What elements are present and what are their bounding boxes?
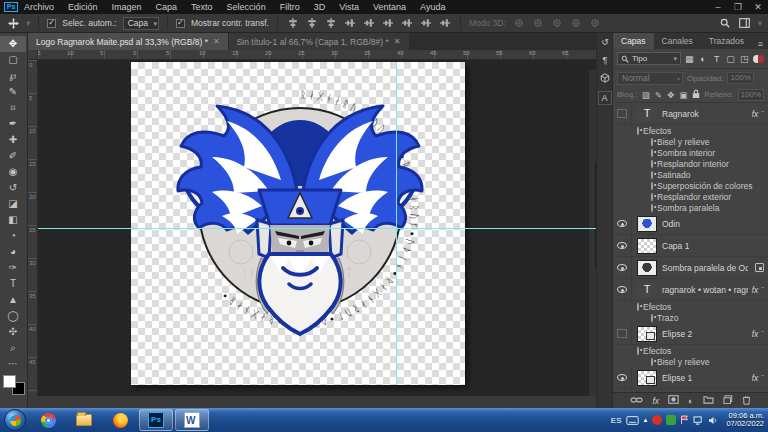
- photoshop-app-icon[interactable]: Ps: [4, 2, 18, 12]
- tab-canales[interactable]: Canales: [654, 33, 701, 49]
- layer-thumbnail[interactable]: [637, 216, 657, 232]
- visibility-eye-icon[interactable]: [651, 159, 652, 167]
- filter-smart-objects-icon[interactable]: ◳: [739, 54, 750, 64]
- burn-tool[interactable]: ◕: [0, 244, 26, 260]
- quick-selection-tool[interactable]: ✎: [0, 84, 26, 100]
- paragraph-panel-icon[interactable]: ¶: [597, 51, 613, 69]
- filter-shape-layers-icon[interactable]: ▢: [725, 54, 736, 64]
- vertical-ruler[interactable]: 051015202530354045: [28, 60, 38, 396]
- layer-thumbnail[interactable]: [637, 326, 657, 342]
- hand-tool[interactable]: ✣: [0, 324, 26, 340]
- visibility-eye-icon[interactable]: [651, 181, 652, 189]
- layer-row[interactable]: Elipse 2fxˆ: [613, 323, 768, 345]
- layer-name[interactable]: Sombra paralela de Odin: [662, 263, 748, 273]
- tray-red-app-icon[interactable]: [652, 415, 662, 425]
- taskbar-firefox-button[interactable]: [103, 409, 137, 431]
- clock[interactable]: 09:06 a.m. 07/02/2022: [722, 412, 764, 429]
- layer-name[interactable]: Elipse 2: [662, 329, 692, 339]
- menu-filtro[interactable]: Filtro: [280, 2, 300, 12]
- ruler-corner[interactable]: [28, 50, 38, 60]
- horizontal-guide[interactable]: [38, 228, 596, 229]
- gradient-tool[interactable]: ◧: [0, 212, 26, 228]
- vertical-scrollbar[interactable]: [589, 70, 596, 396]
- 3d-panel-icon[interactable]: [597, 69, 613, 87]
- layer-effect-row[interactable]: Bisel y relieve: [613, 356, 768, 367]
- taskbar-word-button[interactable]: [175, 409, 209, 431]
- tab-capas[interactable]: Capas: [613, 33, 654, 49]
- visibility-cell[interactable]: [613, 103, 632, 124]
- workspace-caret[interactable]: ▾: [758, 18, 762, 28]
- menu-archivo[interactable]: Archivo: [24, 2, 54, 12]
- align-bottom-icon[interactable]: [381, 17, 395, 30]
- menu-3d[interactable]: 3D: [314, 2, 326, 12]
- menu-ayuda[interactable]: Ayuda: [420, 2, 445, 12]
- collapse-effects-icon[interactable]: ˆ: [761, 373, 764, 382]
- search-icon[interactable]: [718, 17, 732, 30]
- marquee-tool[interactable]: ▢: [0, 52, 26, 68]
- visibility-eye-icon[interactable]: [651, 203, 652, 211]
- taskbar-photoshop-button[interactable]: Ps: [139, 409, 173, 431]
- visibility-eye-icon[interactable]: [617, 242, 627, 249]
- layer-name[interactable]: Odin: [662, 219, 680, 229]
- foreground-color-swatch[interactable]: [3, 375, 16, 388]
- visibility-eye-icon[interactable]: [651, 313, 652, 321]
- effects-group-row[interactable]: Efectos: [613, 301, 768, 312]
- layer-row[interactable]: Elipse 1fxˆ: [613, 367, 768, 389]
- layer-effect-row[interactable]: Trazo: [613, 312, 768, 323]
- delete-layer-icon[interactable]: [742, 395, 751, 407]
- layer-row[interactable]: TRagnarokfxˆ: [613, 103, 768, 125]
- restore-icon[interactable]: ❐: [728, 2, 748, 12]
- pasteboard[interactable]: ᚱᛅᚷᚾᛅᚱᚢᚴ•ᚢᚢᛏᛅᚾ•ᚱᛅᚷᚾᛅᚱᚢᚴ•ᚢᚦᛁᚾ•ᚱᛅᚷᚾᛅᚱᚢᚴ•ᚢᚢ…: [38, 60, 596, 396]
- minimize-icon[interactable]: –: [708, 2, 728, 12]
- visibility-eye-icon[interactable]: [617, 220, 627, 227]
- action-center-flag-icon[interactable]: [680, 415, 689, 425]
- pen-tool[interactable]: ✑: [0, 260, 26, 276]
- lock-pixels-icon[interactable]: ✎: [654, 90, 663, 100]
- visibility-eye-icon[interactable]: [637, 302, 638, 310]
- visibility-eye-icon[interactable]: [617, 374, 627, 381]
- tool-preset-caret[interactable]: ▾: [26, 18, 30, 28]
- visibility-eye-icon[interactable]: [637, 346, 638, 354]
- history-brush-tool[interactable]: ↺: [0, 180, 26, 196]
- taskbar-explorer-button[interactable]: [67, 409, 101, 431]
- tab-trazados[interactable]: Trazados: [701, 33, 752, 49]
- layer-name[interactable]: Elipse 1: [662, 373, 692, 383]
- path-selection-tool[interactable]: ▲: [0, 292, 26, 308]
- layer-row[interactable]: Sombra paralela de Odin: [613, 257, 768, 279]
- tray-green-app-icon[interactable]: [666, 415, 676, 425]
- visibility-cell[interactable]: [613, 235, 632, 256]
- link-layers-icon[interactable]: [630, 396, 643, 406]
- clone-stamp-tool[interactable]: ◉: [0, 164, 26, 180]
- menu-selección[interactable]: Selección: [227, 2, 266, 12]
- smart-filter-badge[interactable]: [755, 263, 764, 272]
- layer-row[interactable]: Tragnarok • wotan • ragnarok • odi...fxˆ: [613, 279, 768, 301]
- 3d-camera-icon[interactable]: [588, 17, 602, 30]
- menu-ventana[interactable]: Ventana: [373, 2, 406, 12]
- move-tool[interactable]: ✥: [0, 36, 26, 52]
- layer-name[interactable]: Ragnarok: [662, 109, 699, 119]
- visibility-cell[interactable]: [613, 257, 632, 278]
- blend-mode-dropdown[interactable]: Normal: [617, 72, 683, 85]
- layer-effect-row[interactable]: Resplandor interior: [613, 158, 768, 169]
- visibility-eye-icon[interactable]: [651, 357, 652, 365]
- lock-all-icon[interactable]: [692, 89, 701, 101]
- 3d-roll-icon[interactable]: [531, 17, 545, 30]
- layer-thumbnail[interactable]: T: [637, 106, 657, 122]
- fx-icon[interactable]: fx: [752, 329, 759, 339]
- edit-toolbar-button[interactable]: ⋯: [0, 356, 26, 372]
- layer-style-icon[interactable]: fx: [652, 396, 659, 406]
- visibility-cell[interactable]: [613, 367, 632, 388]
- visibility-eye-icon[interactable]: [637, 126, 638, 134]
- distribute-right-icon[interactable]: [438, 17, 452, 30]
- move-tool-icon[interactable]: [6, 17, 20, 30]
- layer-name[interactable]: ragnarok • wotan • ragnarok • odi...: [662, 285, 748, 295]
- 3d-orbit-icon[interactable]: [512, 17, 526, 30]
- filter-type-layers-icon[interactable]: T: [711, 54, 722, 64]
- filter-adjustment-layers-icon[interactable]: ◐: [698, 54, 709, 64]
- layer-thumbnail[interactable]: [637, 370, 657, 386]
- menu-capa[interactable]: Capa: [156, 2, 178, 12]
- taskbar-chrome-button[interactable]: [31, 409, 65, 431]
- lock-position-icon[interactable]: ✥: [667, 90, 676, 100]
- document-tab-untitled[interactable]: Sin título-1 al 66,7% (Capa 1, RGB/8#) *…: [228, 33, 409, 50]
- menu-edición[interactable]: Edición: [68, 2, 98, 12]
